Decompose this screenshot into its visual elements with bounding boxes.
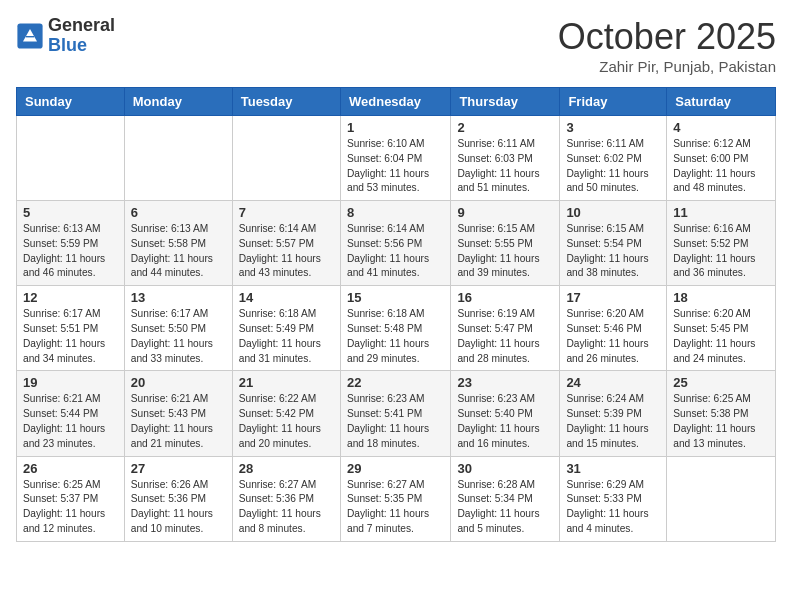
day-info: Sunrise: 6:20 AMSunset: 5:45 PMDaylight:…	[673, 307, 769, 366]
day-info: Sunrise: 6:19 AMSunset: 5:47 PMDaylight:…	[457, 307, 553, 366]
svg-rect-2	[26, 36, 34, 37]
day-cell: 3Sunrise: 6:11 AMSunset: 6:02 PMDaylight…	[560, 116, 667, 201]
day-info: Sunrise: 6:25 AMSunset: 5:37 PMDaylight:…	[23, 478, 118, 537]
day-number: 12	[23, 290, 118, 305]
day-cell: 25Sunrise: 6:25 AMSunset: 5:38 PMDayligh…	[667, 371, 776, 456]
day-cell: 12Sunrise: 6:17 AMSunset: 5:51 PMDayligh…	[17, 286, 125, 371]
location: Zahir Pir, Punjab, Pakistan	[558, 58, 776, 75]
day-info: Sunrise: 6:24 AMSunset: 5:39 PMDaylight:…	[566, 392, 660, 451]
day-number: 8	[347, 205, 444, 220]
day-cell: 4Sunrise: 6:12 AMSunset: 6:00 PMDaylight…	[667, 116, 776, 201]
day-cell: 20Sunrise: 6:21 AMSunset: 5:43 PMDayligh…	[124, 371, 232, 456]
day-number: 6	[131, 205, 226, 220]
day-info: Sunrise: 6:22 AMSunset: 5:42 PMDaylight:…	[239, 392, 334, 451]
day-cell: 23Sunrise: 6:23 AMSunset: 5:40 PMDayligh…	[451, 371, 560, 456]
day-number: 25	[673, 375, 769, 390]
day-cell: 1Sunrise: 6:10 AMSunset: 6:04 PMDaylight…	[340, 116, 450, 201]
day-cell: 13Sunrise: 6:17 AMSunset: 5:50 PMDayligh…	[124, 286, 232, 371]
month-title: October 2025	[558, 16, 776, 58]
day-info: Sunrise: 6:14 AMSunset: 5:57 PMDaylight:…	[239, 222, 334, 281]
day-cell: 22Sunrise: 6:23 AMSunset: 5:41 PMDayligh…	[340, 371, 450, 456]
day-cell: 7Sunrise: 6:14 AMSunset: 5:57 PMDaylight…	[232, 201, 340, 286]
day-number: 4	[673, 120, 769, 135]
weekday-header-tuesday: Tuesday	[232, 88, 340, 116]
day-cell: 29Sunrise: 6:27 AMSunset: 5:35 PMDayligh…	[340, 456, 450, 541]
logo-icon	[16, 22, 44, 50]
day-number: 21	[239, 375, 334, 390]
day-number: 15	[347, 290, 444, 305]
day-info: Sunrise: 6:29 AMSunset: 5:33 PMDaylight:…	[566, 478, 660, 537]
week-row-2: 5Sunrise: 6:13 AMSunset: 5:59 PMDaylight…	[17, 201, 776, 286]
day-cell: 27Sunrise: 6:26 AMSunset: 5:36 PMDayligh…	[124, 456, 232, 541]
logo-general: General	[48, 16, 115, 36]
day-number: 27	[131, 461, 226, 476]
day-cell: 14Sunrise: 6:18 AMSunset: 5:49 PMDayligh…	[232, 286, 340, 371]
day-number: 18	[673, 290, 769, 305]
day-number: 10	[566, 205, 660, 220]
logo-blue: Blue	[48, 36, 115, 56]
day-cell: 10Sunrise: 6:15 AMSunset: 5:54 PMDayligh…	[560, 201, 667, 286]
day-number: 23	[457, 375, 553, 390]
day-info: Sunrise: 6:12 AMSunset: 6:00 PMDaylight:…	[673, 137, 769, 196]
weekday-header-sunday: Sunday	[17, 88, 125, 116]
day-number: 22	[347, 375, 444, 390]
day-number: 5	[23, 205, 118, 220]
day-number: 3	[566, 120, 660, 135]
day-cell: 21Sunrise: 6:22 AMSunset: 5:42 PMDayligh…	[232, 371, 340, 456]
day-number: 9	[457, 205, 553, 220]
day-number: 11	[673, 205, 769, 220]
day-number: 19	[23, 375, 118, 390]
day-info: Sunrise: 6:16 AMSunset: 5:52 PMDaylight:…	[673, 222, 769, 281]
weekday-header-thursday: Thursday	[451, 88, 560, 116]
title-block: October 2025 Zahir Pir, Punjab, Pakistan	[558, 16, 776, 75]
day-cell: 5Sunrise: 6:13 AMSunset: 5:59 PMDaylight…	[17, 201, 125, 286]
day-info: Sunrise: 6:18 AMSunset: 5:48 PMDaylight:…	[347, 307, 444, 366]
day-cell	[667, 456, 776, 541]
day-info: Sunrise: 6:11 AMSunset: 6:03 PMDaylight:…	[457, 137, 553, 196]
day-number: 28	[239, 461, 334, 476]
day-info: Sunrise: 6:27 AMSunset: 5:36 PMDaylight:…	[239, 478, 334, 537]
day-cell: 6Sunrise: 6:13 AMSunset: 5:58 PMDaylight…	[124, 201, 232, 286]
day-info: Sunrise: 6:21 AMSunset: 5:43 PMDaylight:…	[131, 392, 226, 451]
day-cell	[17, 116, 125, 201]
day-info: Sunrise: 6:13 AMSunset: 5:58 PMDaylight:…	[131, 222, 226, 281]
day-cell: 11Sunrise: 6:16 AMSunset: 5:52 PMDayligh…	[667, 201, 776, 286]
day-cell: 26Sunrise: 6:25 AMSunset: 5:37 PMDayligh…	[17, 456, 125, 541]
day-cell: 9Sunrise: 6:15 AMSunset: 5:55 PMDaylight…	[451, 201, 560, 286]
day-number: 13	[131, 290, 226, 305]
weekday-header-friday: Friday	[560, 88, 667, 116]
day-info: Sunrise: 6:27 AMSunset: 5:35 PMDaylight:…	[347, 478, 444, 537]
day-info: Sunrise: 6:20 AMSunset: 5:46 PMDaylight:…	[566, 307, 660, 366]
day-number: 2	[457, 120, 553, 135]
day-number: 14	[239, 290, 334, 305]
page-header: General Blue October 2025 Zahir Pir, Pun…	[16, 16, 776, 75]
weekday-header-saturday: Saturday	[667, 88, 776, 116]
calendar-table: SundayMondayTuesdayWednesdayThursdayFrid…	[16, 87, 776, 542]
day-cell: 28Sunrise: 6:27 AMSunset: 5:36 PMDayligh…	[232, 456, 340, 541]
day-info: Sunrise: 6:14 AMSunset: 5:56 PMDaylight:…	[347, 222, 444, 281]
day-cell: 31Sunrise: 6:29 AMSunset: 5:33 PMDayligh…	[560, 456, 667, 541]
day-number: 30	[457, 461, 553, 476]
day-number: 17	[566, 290, 660, 305]
day-info: Sunrise: 6:13 AMSunset: 5:59 PMDaylight:…	[23, 222, 118, 281]
day-info: Sunrise: 6:23 AMSunset: 5:40 PMDaylight:…	[457, 392, 553, 451]
day-info: Sunrise: 6:15 AMSunset: 5:54 PMDaylight:…	[566, 222, 660, 281]
day-info: Sunrise: 6:18 AMSunset: 5:49 PMDaylight:…	[239, 307, 334, 366]
logo: General Blue	[16, 16, 115, 56]
day-cell: 19Sunrise: 6:21 AMSunset: 5:44 PMDayligh…	[17, 371, 125, 456]
logo-text: General Blue	[48, 16, 115, 56]
day-cell: 18Sunrise: 6:20 AMSunset: 5:45 PMDayligh…	[667, 286, 776, 371]
week-row-4: 19Sunrise: 6:21 AMSunset: 5:44 PMDayligh…	[17, 371, 776, 456]
day-cell: 17Sunrise: 6:20 AMSunset: 5:46 PMDayligh…	[560, 286, 667, 371]
day-number: 24	[566, 375, 660, 390]
day-number: 16	[457, 290, 553, 305]
day-number: 20	[131, 375, 226, 390]
day-cell	[232, 116, 340, 201]
week-row-3: 12Sunrise: 6:17 AMSunset: 5:51 PMDayligh…	[17, 286, 776, 371]
day-info: Sunrise: 6:21 AMSunset: 5:44 PMDaylight:…	[23, 392, 118, 451]
day-number: 26	[23, 461, 118, 476]
day-info: Sunrise: 6:15 AMSunset: 5:55 PMDaylight:…	[457, 222, 553, 281]
day-number: 7	[239, 205, 334, 220]
weekday-header-wednesday: Wednesday	[340, 88, 450, 116]
weekday-header-monday: Monday	[124, 88, 232, 116]
